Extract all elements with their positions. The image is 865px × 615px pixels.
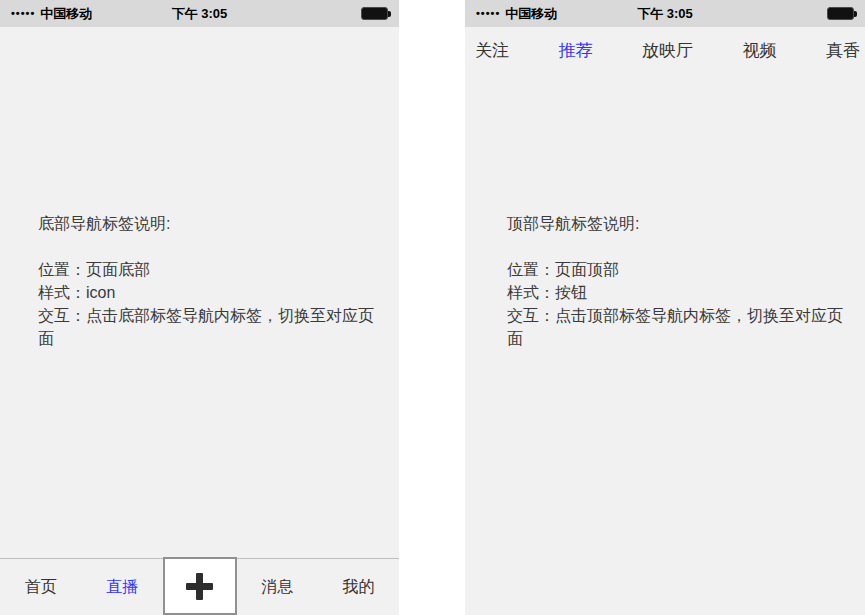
annotation-line-position: 位置：页面顶部: [507, 258, 849, 281]
status-bar: ••••• 中国移动 下午 3:05: [0, 0, 399, 27]
tab-messages[interactable]: 消息: [237, 577, 318, 598]
tab-home[interactable]: 首页: [0, 577, 81, 598]
bottom-nav-annotation: 底部导航标签说明: 位置：页面底部 样式：icon 交互：点击底部标签导航内标签…: [38, 212, 384, 350]
plus-button[interactable]: [163, 557, 237, 615]
tab-video[interactable]: 视频: [743, 39, 777, 62]
screen-gap: [399, 0, 465, 615]
annotation-line-style: 样式：icon: [38, 281, 384, 304]
annotation-line-interaction: 交互：点击底部标签导航内标签，切换至对应页面: [38, 304, 384, 350]
battery-icon: [827, 7, 854, 20]
top-nav-annotation: 顶部导航标签说明: 位置：页面顶部 样式：按钮 交互：点击顶部标签导航内标签，切…: [507, 212, 849, 350]
tab-live[interactable]: 直播: [81, 577, 162, 598]
top-tab-demo-screen: ••••• 中国移动 下午 3:05 关注 推荐 放映厅 视频 真香 顶部导航标…: [465, 0, 865, 615]
tab-profile[interactable]: 我的: [318, 577, 399, 598]
annotation-line-style: 样式：按钮: [507, 281, 849, 304]
battery-icon: [361, 7, 388, 20]
annotation-line-interaction: 交互：点击顶部标签导航内标签，切换至对应页面: [507, 304, 849, 350]
top-tab-bar: 关注 推荐 放映厅 视频 真香: [465, 27, 865, 73]
annotation-line-position: 位置：页面底部: [38, 258, 384, 281]
tab-recommend[interactable]: 推荐: [559, 39, 593, 62]
tab-zhenxiang[interactable]: 真香: [826, 39, 860, 62]
status-bar: ••••• 中国移动 下午 3:05: [465, 0, 865, 27]
bottom-tab-bar: 首页 直播 消息 我的: [0, 558, 399, 615]
plus-icon: [186, 573, 213, 600]
time-label: 下午 3:05: [465, 5, 865, 23]
time-label: 下午 3:05: [0, 5, 399, 23]
annotation-title: 底部导航标签说明:: [38, 212, 384, 235]
prototype-canvas: ••••• 中国移动 下午 3:05 底部导航标签说明: 位置：页面底部 样式：…: [0, 0, 865, 615]
tab-follow[interactable]: 关注: [475, 39, 509, 62]
annotation-title: 顶部导航标签说明:: [507, 212, 849, 235]
bottom-tab-demo-screen: ••••• 中国移动 下午 3:05 底部导航标签说明: 位置：页面底部 样式：…: [0, 0, 399, 615]
tab-cinema[interactable]: 放映厅: [642, 39, 693, 62]
